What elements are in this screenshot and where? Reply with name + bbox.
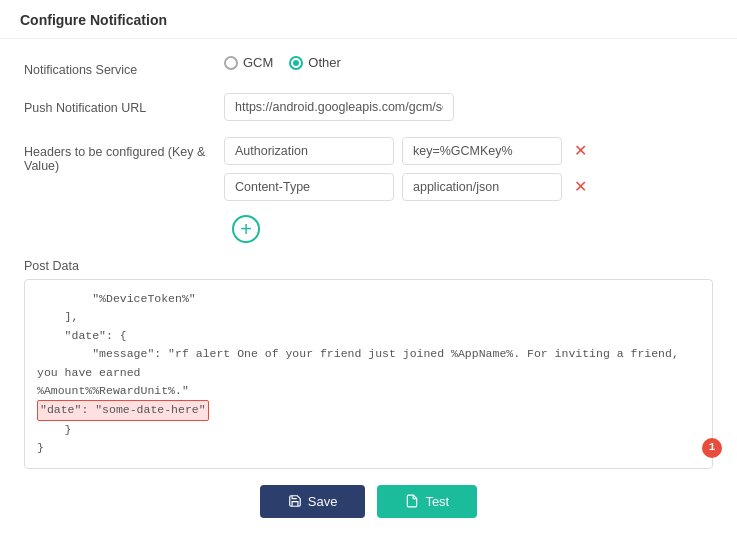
- headers-section: ✕ ✕ +: [224, 137, 591, 243]
- post-data-line-2: ],: [37, 308, 700, 326]
- save-label: Save: [308, 494, 338, 509]
- post-data-line-4: "message": "rf alert One of your friend …: [37, 345, 700, 382]
- notifications-service-row: Notifications Service GCM Other: [24, 55, 713, 77]
- save-button[interactable]: Save: [260, 485, 366, 518]
- post-data-label: Post Data: [24, 259, 713, 273]
- header-val-2[interactable]: [402, 173, 562, 201]
- page-container: Configure Notification Notifications Ser…: [0, 0, 737, 538]
- radio-other[interactable]: Other: [289, 55, 341, 70]
- post-data-section: Post Data "%DeviceToken%" ], "date": { "…: [24, 259, 713, 469]
- push-url-controls: [224, 93, 713, 121]
- delete-header-1[interactable]: ✕: [570, 141, 591, 161]
- delete-header-2[interactable]: ✕: [570, 177, 591, 197]
- post-data-line-7: }: [37, 421, 700, 439]
- test-icon: [405, 494, 419, 508]
- save-icon: [288, 494, 302, 508]
- notifications-service-label: Notifications Service: [24, 55, 224, 77]
- post-data-line-5: %Amount%%RewardUnit%.": [37, 382, 700, 400]
- push-url-label: Push Notification URL: [24, 93, 224, 115]
- headers-label: Headers to be configured (Key & Value): [24, 137, 224, 173]
- headers-row: Headers to be configured (Key & Value) ✕…: [24, 137, 713, 243]
- post-data-line-3: "date": {: [37, 327, 700, 345]
- page-title: Configure Notification: [0, 0, 737, 39]
- highlighted-date-line: "date": "some-date-here": [37, 400, 209, 420]
- action-buttons: Save Test: [24, 485, 713, 518]
- scroll-badge: 1: [702, 438, 722, 458]
- form-area: Notifications Service GCM Other Push Not…: [0, 39, 737, 538]
- headers-controls: ✕ ✕ +: [224, 137, 713, 243]
- post-data-wrapper: "%DeviceToken%" ], "date": { "message": …: [24, 279, 713, 469]
- post-data-line-6: "date": "some-date-here": [37, 400, 700, 420]
- push-url-input[interactable]: [224, 93, 454, 121]
- radio-gcm[interactable]: GCM: [224, 55, 273, 70]
- test-button[interactable]: Test: [377, 485, 477, 518]
- header-row-2: ✕: [224, 173, 591, 201]
- radio-other-label: Other: [308, 55, 341, 70]
- push-url-row: Push Notification URL: [24, 93, 713, 121]
- add-header-button[interactable]: +: [232, 215, 260, 243]
- radio-other-circle: [289, 56, 303, 70]
- header-val-1[interactable]: [402, 137, 562, 165]
- header-key-1[interactable]: [224, 137, 394, 165]
- radio-gcm-label: GCM: [243, 55, 273, 70]
- post-data-box[interactable]: "%DeviceToken%" ], "date": { "message": …: [24, 279, 713, 469]
- header-key-2[interactable]: [224, 173, 394, 201]
- post-data-line-1: "%DeviceToken%": [37, 290, 700, 308]
- radio-gcm-circle: [224, 56, 238, 70]
- post-data-line-8: }: [37, 439, 700, 457]
- test-label: Test: [425, 494, 449, 509]
- header-row-1: ✕: [224, 137, 591, 165]
- radio-group: GCM Other: [224, 55, 713, 70]
